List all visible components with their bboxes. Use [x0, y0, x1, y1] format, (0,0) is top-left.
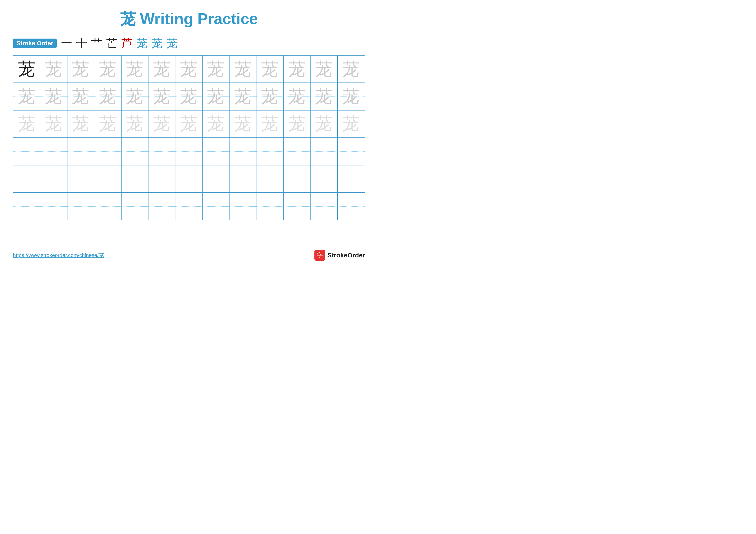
cell-4-11[interactable] — [284, 138, 310, 165]
cell-3-13: 茏 — [338, 111, 364, 138]
cell-5-2[interactable] — [40, 165, 67, 192]
stroke-1: 一 — [61, 36, 72, 51]
cell-6-7[interactable] — [176, 193, 202, 220]
grid-row-5 — [14, 165, 364, 193]
cell-1-4: 茏 — [94, 56, 121, 83]
cell-1-8: 茏 — [202, 56, 230, 83]
cell-6-13[interactable] — [338, 193, 364, 220]
footer: https://www.strokeorder.com/chinese/茏 字 … — [0, 250, 378, 261]
stroke-order-badge: Stroke Order — [13, 38, 57, 48]
cell-4-9[interactable] — [230, 138, 256, 165]
cell-6-10[interactable] — [256, 193, 284, 220]
cell-4-1[interactable] — [14, 138, 40, 165]
cell-6-9[interactable] — [230, 193, 256, 220]
cell-6-1[interactable] — [14, 193, 40, 220]
cell-6-6[interactable] — [148, 193, 176, 220]
grid-row-6 — [14, 193, 364, 220]
cell-4-2[interactable] — [40, 138, 67, 165]
cell-4-12[interactable] — [310, 138, 338, 165]
stroke-3: 艹 — [91, 36, 102, 51]
stroke-4: 芒 — [106, 36, 118, 51]
cell-2-4: 茏 — [94, 83, 121, 110]
cell-5-3[interactable] — [68, 165, 94, 192]
cell-4-5[interactable] — [122, 138, 148, 165]
cell-6-2[interactable] — [40, 193, 67, 220]
cell-4-7[interactable] — [176, 138, 202, 165]
cell-2-1: 茏 — [14, 83, 40, 110]
cell-4-8[interactable] — [202, 138, 230, 165]
cell-2-8: 茏 — [202, 83, 230, 110]
cell-2-5: 茏 — [122, 83, 148, 110]
stroke-7: 茏 — [151, 36, 163, 51]
cell-4-13[interactable] — [338, 138, 364, 165]
cell-1-9: 茏 — [230, 56, 256, 83]
cell-3-1: 茏 — [14, 111, 40, 138]
cell-2-7: 茏 — [176, 83, 202, 110]
stroke-6: 茏 — [136, 36, 148, 51]
cell-3-8: 茏 — [202, 111, 230, 138]
cell-3-9: 茏 — [230, 111, 256, 138]
cell-1-1: 茏 — [14, 56, 40, 83]
cell-5-5[interactable] — [122, 165, 148, 192]
footer-logo: 字 StrokeOrder — [314, 250, 365, 261]
cell-3-10: 茏 — [256, 111, 284, 138]
cell-3-12: 茏 — [310, 111, 338, 138]
cell-1-11: 茏 — [284, 56, 310, 83]
cell-5-10[interactable] — [256, 165, 284, 192]
cell-2-6: 茏 — [148, 83, 176, 110]
cell-1-10: 茏 — [256, 56, 284, 83]
cell-5-11[interactable] — [284, 165, 310, 192]
cell-6-4[interactable] — [94, 193, 121, 220]
cell-5-8[interactable] — [202, 165, 230, 192]
cell-4-3[interactable] — [68, 138, 94, 165]
cell-4-10[interactable] — [256, 138, 284, 165]
cell-3-7: 茏 — [176, 111, 202, 138]
cell-2-12: 茏 — [310, 83, 338, 110]
grid-row-4 — [14, 138, 364, 165]
cell-1-13: 茏 — [338, 56, 364, 83]
cell-3-11: 茏 — [284, 111, 310, 138]
cell-1-12: 茏 — [310, 56, 338, 83]
cell-5-4[interactable] — [94, 165, 121, 192]
cell-2-10: 茏 — [256, 83, 284, 110]
cell-6-12[interactable] — [310, 193, 338, 220]
cell-5-9[interactable] — [230, 165, 256, 192]
cell-4-4[interactable] — [94, 138, 121, 165]
cell-2-2: 茏 — [40, 83, 67, 110]
cell-3-4: 茏 — [94, 111, 121, 138]
stroke-5: 芦 — [121, 36, 133, 51]
page-title: 茏 Writing Practice — [0, 0, 378, 34]
cell-5-6[interactable] — [148, 165, 176, 192]
footer-url[interactable]: https://www.strokeorder.com/chinese/茏 — [13, 252, 104, 259]
cell-2-3: 茏 — [68, 83, 94, 110]
cell-1-5: 茏 — [122, 56, 148, 83]
cell-1-6: 茏 — [148, 56, 176, 83]
title-text: 茏 Writing Practice — [120, 10, 258, 27]
grid-row-1: 茏 茏 茏 茏 茏 茏 茏 茏 茏 茏 茏 茏 茏 — [14, 56, 364, 83]
practice-grid: 茏 茏 茏 茏 茏 茏 茏 茏 茏 茏 茏 茏 茏 茏 茏 茏 茏 茏 茏 茏 … — [13, 55, 365, 220]
cell-2-13: 茏 — [338, 83, 364, 110]
cell-5-12[interactable] — [310, 165, 338, 192]
cell-2-9: 茏 — [230, 83, 256, 110]
cell-6-3[interactable] — [68, 193, 94, 220]
stroke-sequence: 一 十 艹 芒 芦 茏 茏 茏 — [61, 36, 178, 51]
stroke-order-section: Stroke Order 一 十 艹 芒 芦 茏 茏 茏 — [0, 34, 378, 55]
cell-3-5: 茏 — [122, 111, 148, 138]
cell-3-3: 茏 — [68, 111, 94, 138]
cell-1-7: 茏 — [176, 56, 202, 83]
stroke-2: 十 — [76, 36, 87, 51]
cell-6-11[interactable] — [284, 193, 310, 220]
cell-6-5[interactable] — [122, 193, 148, 220]
cell-5-7[interactable] — [176, 165, 202, 192]
grid-row-2: 茏 茏 茏 茏 茏 茏 茏 茏 茏 茏 茏 茏 茏 — [14, 83, 364, 110]
cell-6-8[interactable] — [202, 193, 230, 220]
cell-2-11: 茏 — [284, 83, 310, 110]
cell-4-6[interactable] — [148, 138, 176, 165]
cell-3-2: 茏 — [40, 111, 67, 138]
cell-5-1[interactable] — [14, 165, 40, 192]
cell-5-13[interactable] — [338, 165, 364, 192]
cell-1-2: 茏 — [40, 56, 67, 83]
stroke-8: 茏 — [167, 36, 178, 51]
logo-text: StrokeOrder — [327, 252, 365, 259]
cell-1-3: 茏 — [68, 56, 94, 83]
